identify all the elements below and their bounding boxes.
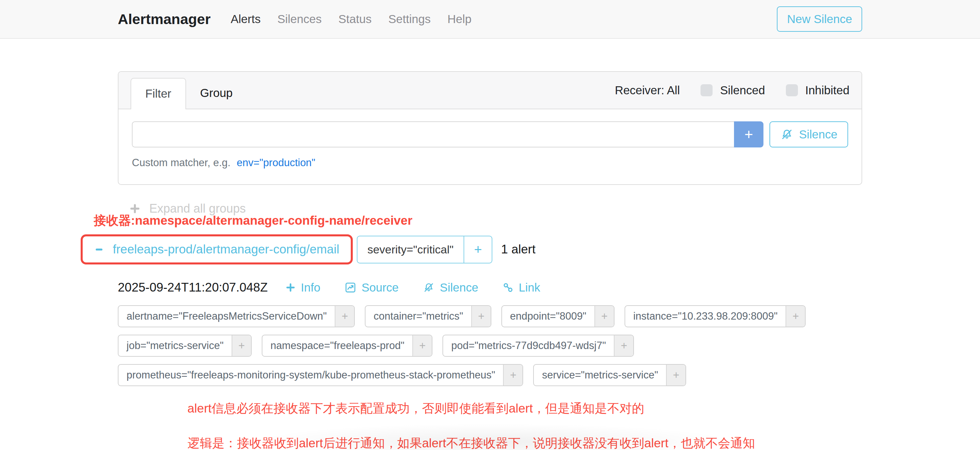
filter-panel: Filter Group Receiver: All Silenced Inhi… xyxy=(118,71,862,185)
nav-item-help[interactable]: Help xyxy=(447,13,472,26)
label-tag-text: container="metrics" xyxy=(366,306,471,326)
label-tag-text: endpoint="8009" xyxy=(502,306,594,326)
inhibited-checkbox-label: Inhibited xyxy=(805,84,850,97)
tab-filter[interactable]: Filter xyxy=(130,78,186,109)
page-content: Filter Group Receiver: All Silenced Inhi… xyxy=(118,71,862,450)
label-tag-add-button[interactable]: + xyxy=(471,306,491,326)
add-matcher-button[interactable]: + xyxy=(734,121,764,147)
label-tag-text: prometheus="freeleaps-monitoring-system/… xyxy=(118,365,503,385)
label-tag: instance="10.233.98.209:8009" + xyxy=(625,305,806,327)
inhibited-checkbox-group[interactable]: Inhibited xyxy=(786,84,850,97)
alert-labels: alertname="FreeleapsMetricsServiceDown" … xyxy=(118,305,862,386)
receiver-group-row: freeleaps-prod/alertmanager-config/email… xyxy=(81,235,862,265)
alert-link-label: Link xyxy=(519,281,540,294)
silence-button-label: Silence xyxy=(799,128,837,141)
silence-button[interactable]: Silence xyxy=(770,121,848,147)
inhibited-checkbox[interactable] xyxy=(786,84,798,96)
receiver-group-name: freeleaps-prod/alertmanager-config/email xyxy=(113,242,339,257)
label-tag-add-button[interactable]: + xyxy=(594,306,614,326)
label-tag-text: job="metrics-service" xyxy=(118,335,232,356)
nav-item-alerts[interactable]: Alerts xyxy=(231,13,260,26)
label-tag-add-button[interactable]: + xyxy=(335,306,354,326)
hint-text: Custom matcher, e.g. xyxy=(132,157,231,168)
alert-timestamp: 2025-09-24T11:20:07.048Z xyxy=(118,280,268,295)
link-icon xyxy=(503,282,514,293)
label-tag: endpoint="8009" + xyxy=(501,305,614,327)
alert-block: 2025-09-24T11:20:07.048Z Info xyxy=(118,280,862,386)
alert-meta-row: 2025-09-24T11:20:07.048Z Info xyxy=(118,280,862,295)
annotation-receiver-note: 接收器:namespace/altermanager-config-name/r… xyxy=(94,212,862,229)
label-tag: pod="metrics-77d9cdb497-wdsj7" + xyxy=(442,335,634,357)
navbar: Alertmanager Alerts Silences Status Sett… xyxy=(0,0,980,39)
nav-item-silences[interactable]: Silences xyxy=(277,13,321,26)
annotation-logic-note: 逻辑是：接收器收到alert后进行通知，如果alert不在接收器下，说明接收器没… xyxy=(188,435,862,450)
label-tag-add-button[interactable]: + xyxy=(412,335,432,356)
receiver-group-collapse-button[interactable]: freeleaps-prod/alertmanager-config/email xyxy=(86,238,347,260)
annotation-alert-note: alert信息必须在接收器下才表示配置成功，否则即使能看到alert，但是通知是… xyxy=(188,400,862,417)
nav-item-settings[interactable]: Settings xyxy=(388,13,430,26)
label-tag-text: instance="10.233.98.209:8009" xyxy=(625,306,786,326)
bell-slash-icon xyxy=(423,282,435,293)
alert-silence-link[interactable]: Silence xyxy=(423,281,478,294)
label-tag-add-button[interactable]: + xyxy=(232,335,251,356)
label-tag-add-button[interactable]: + xyxy=(786,306,805,326)
bell-slash-icon xyxy=(780,128,794,141)
chart-icon xyxy=(344,282,356,293)
receiver-filter-toggle[interactable]: Receiver: All xyxy=(615,84,680,97)
alert-info-label: Info xyxy=(301,281,320,294)
label-tag: namespace="freeleaps-prod" + xyxy=(262,335,433,357)
group-matcher-chip: severity="critical" + xyxy=(357,236,492,263)
matcher-row: + Silence xyxy=(132,121,848,147)
label-tag: service="metrics-service" + xyxy=(533,364,686,386)
matcher-input[interactable] xyxy=(132,121,734,147)
silenced-checkbox[interactable] xyxy=(700,84,713,96)
filter-panel-header: Filter Group Receiver: All Silenced Inhi… xyxy=(118,72,862,109)
label-tag: prometheus="freeleaps-monitoring-system/… xyxy=(118,364,523,386)
new-silence-button[interactable]: New Silence xyxy=(777,6,862,32)
app-brand[interactable]: Alertmanager xyxy=(118,11,210,27)
label-tag-text: namespace="freeleaps-prod" xyxy=(262,335,412,356)
label-tag: job="metrics-service" + xyxy=(118,335,252,357)
matcher-example-link[interactable]: env="production" xyxy=(237,157,315,168)
filter-tabs: Filter Group xyxy=(130,78,247,109)
alert-info-link[interactable]: Info xyxy=(285,281,320,294)
label-tag-text: pod="metrics-77d9cdb497-wdsj7" xyxy=(443,335,614,356)
alert-permalink[interactable]: Link xyxy=(503,281,540,294)
label-tag-add-button[interactable]: + xyxy=(666,365,686,385)
label-tag-add-button[interactable]: + xyxy=(503,365,522,385)
label-tag-add-button[interactable]: + xyxy=(614,335,633,356)
tab-group[interactable]: Group xyxy=(186,78,247,109)
alert-silence-label: Silence xyxy=(440,281,478,294)
group-matcher-add-button[interactable]: + xyxy=(463,236,492,263)
alert-count: 1 alert xyxy=(501,242,536,257)
label-tag: alertname="FreeleapsMetricsServiceDown" … xyxy=(118,305,355,327)
red-annotation-box: freeleaps-prod/alertmanager-config/email xyxy=(81,235,353,265)
plus-icon xyxy=(285,282,296,293)
custom-matcher-hint: Custom matcher, e.g. env="production" xyxy=(132,157,848,169)
silenced-checkbox-group[interactable]: Silenced xyxy=(700,84,765,97)
alert-source-link[interactable]: Source xyxy=(344,281,399,294)
alert-source-label: Source xyxy=(361,281,399,294)
minus-icon xyxy=(94,244,104,254)
label-tag-text: service="metrics-service" xyxy=(534,365,666,385)
filter-panel-body: + Silence Custom matcher, e.g. env="prod… xyxy=(118,109,862,184)
group-matcher-label[interactable]: severity="critical" xyxy=(358,236,463,263)
filter-header-right: Receiver: All Silenced Inhibited xyxy=(615,84,850,97)
silenced-checkbox-label: Silenced xyxy=(720,84,765,97)
label-tag: container="metrics" + xyxy=(365,305,492,327)
annotation-notes: alert信息必须在接收器下才表示配置成功，否则即使能看到alert，但是通知是… xyxy=(188,400,862,450)
nav-item-status[interactable]: Status xyxy=(338,13,372,26)
label-tag-text: alertname="FreeleapsMetricsServiceDown" xyxy=(118,306,335,326)
